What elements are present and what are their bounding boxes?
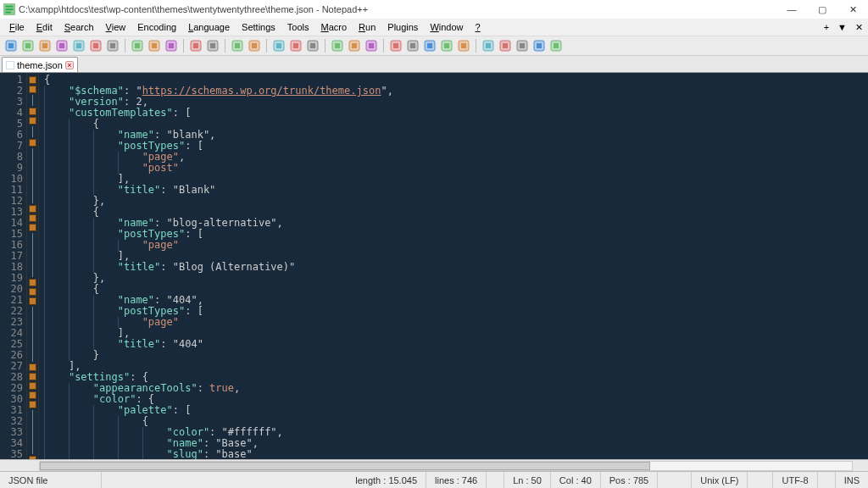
fold-toggle[interactable] bbox=[29, 205, 36, 213]
svg-rect-46 bbox=[427, 43, 432, 48]
indent-guide-button[interactable] bbox=[364, 38, 379, 53]
unfold-all-button[interactable] bbox=[405, 38, 420, 53]
copy-button[interactable] bbox=[147, 38, 162, 53]
fold-toggle[interactable] bbox=[29, 401, 36, 408]
word-wrap-icon bbox=[331, 40, 343, 52]
svg-rect-52 bbox=[486, 43, 491, 48]
fold-toggle[interactable] bbox=[29, 279, 36, 286]
svg-rect-62 bbox=[7, 62, 14, 69]
status-length: length : 15.045 bbox=[347, 472, 426, 488]
scrollbar-thumb[interactable] bbox=[40, 462, 650, 470]
code-area[interactable]: { "$schema": "https://schemas.wp.org/tru… bbox=[39, 73, 868, 459]
svg-rect-6 bbox=[42, 43, 47, 48]
undo-icon bbox=[190, 40, 202, 52]
print-icon bbox=[107, 40, 119, 52]
editor[interactable]: 1234567891011121314151617181920212223242… bbox=[0, 73, 868, 459]
svg-rect-44 bbox=[410, 43, 415, 48]
indent-guide-icon bbox=[365, 40, 377, 52]
undo-button[interactable] bbox=[188, 38, 203, 53]
svg-rect-34 bbox=[310, 43, 315, 48]
svg-rect-18 bbox=[152, 43, 157, 48]
status-col: Col : 40 bbox=[551, 472, 601, 488]
tab-close-icon[interactable]: × bbox=[65, 61, 74, 69]
play-macro-icon bbox=[516, 40, 528, 52]
menu-search[interactable]: Search bbox=[58, 20, 100, 34]
maximize-button[interactable]: ▢ bbox=[807, 0, 837, 19]
menu-view[interactable]: View bbox=[100, 20, 132, 34]
file-icon bbox=[6, 61, 14, 69]
menu-file[interactable]: File bbox=[3, 20, 31, 34]
tab-theme-json[interactable]: theme.json × bbox=[2, 57, 78, 72]
play-macro-button[interactable] bbox=[515, 38, 530, 53]
record-macro-button[interactable] bbox=[481, 38, 496, 53]
stop-macro-button[interactable] bbox=[498, 38, 513, 53]
svg-rect-60 bbox=[554, 43, 559, 48]
menu-run[interactable]: Run bbox=[353, 20, 381, 34]
replace-button[interactable] bbox=[247, 38, 262, 53]
save-all-button[interactable] bbox=[54, 38, 70, 53]
save-macro-icon bbox=[550, 40, 562, 52]
doc-map-icon bbox=[441, 40, 453, 52]
close-all-button[interactable] bbox=[88, 38, 103, 53]
word-wrap-button[interactable] bbox=[330, 38, 345, 53]
fold-toggle[interactable] bbox=[29, 76, 36, 84]
fold-toggle[interactable] bbox=[29, 288, 36, 296]
menu-help[interactable]: ? bbox=[470, 20, 487, 34]
svg-rect-22 bbox=[193, 43, 198, 48]
cut-button[interactable] bbox=[130, 38, 145, 53]
new-file-button[interactable] bbox=[3, 38, 19, 53]
menu-macro[interactable]: Macro bbox=[315, 20, 353, 34]
fold-toggle[interactable] bbox=[29, 86, 36, 93]
menubar-right: + ▼ ✕ bbox=[824, 22, 863, 33]
sync-button[interactable] bbox=[305, 38, 320, 53]
redo-button[interactable] bbox=[205, 38, 220, 53]
print-button[interactable] bbox=[105, 38, 120, 53]
fold-toggle[interactable] bbox=[29, 108, 36, 115]
find-button[interactable] bbox=[230, 38, 245, 53]
menu-window[interactable]: Window bbox=[424, 20, 469, 34]
svg-rect-28 bbox=[252, 43, 257, 48]
paste-icon bbox=[165, 40, 177, 52]
save-macro-button[interactable] bbox=[548, 38, 564, 53]
horizontal-scrollbar[interactable] bbox=[0, 459, 868, 471]
menu-plugins[interactable]: Plugins bbox=[381, 20, 424, 34]
unfold-all-icon bbox=[407, 40, 419, 52]
fold-toggle[interactable] bbox=[29, 139, 36, 147]
fold-all-button[interactable] bbox=[388, 38, 403, 53]
fold-toggle[interactable] bbox=[29, 224, 36, 231]
func-list-button[interactable] bbox=[456, 38, 471, 53]
folder-icon bbox=[424, 40, 436, 52]
plus-icon[interactable]: + bbox=[824, 22, 829, 32]
fold-toggle[interactable] bbox=[29, 363, 36, 371]
triangle-down-icon[interactable]: ▼ bbox=[837, 22, 847, 32]
fold-toggle[interactable] bbox=[29, 373, 36, 380]
paste-button[interactable] bbox=[164, 38, 179, 53]
close-button[interactable] bbox=[71, 38, 86, 53]
zoom-in-button[interactable] bbox=[271, 38, 287, 53]
fold-toggle[interactable] bbox=[29, 382, 36, 390]
menu-encoding[interactable]: Encoding bbox=[131, 20, 182, 34]
save-button[interactable] bbox=[37, 38, 53, 53]
minimize-button[interactable]: — bbox=[776, 0, 807, 19]
menu-language[interactable]: Language bbox=[182, 20, 236, 34]
show-all-chars-button[interactable] bbox=[347, 38, 362, 53]
fold-toggle[interactable] bbox=[29, 391, 36, 399]
status-eol: Unix (LF) bbox=[692, 472, 748, 488]
status-ln: Ln : 50 bbox=[504, 472, 551, 488]
close-button[interactable]: ✕ bbox=[837, 0, 868, 19]
zoom-out-icon bbox=[290, 40, 302, 52]
fold-toggle[interactable] bbox=[29, 297, 36, 305]
fold-toggle[interactable] bbox=[29, 214, 36, 222]
menu-edit[interactable]: Edit bbox=[31, 20, 58, 34]
play-multi-button[interactable] bbox=[531, 38, 547, 53]
fold-gutter[interactable] bbox=[27, 73, 39, 459]
zoom-out-button[interactable] bbox=[288, 38, 303, 53]
folder-button[interactable] bbox=[422, 38, 437, 53]
menu-tools[interactable]: Tools bbox=[281, 20, 315, 34]
func-list-icon bbox=[458, 40, 470, 52]
menu-settings[interactable]: Settings bbox=[236, 20, 281, 34]
fold-toggle[interactable] bbox=[29, 117, 36, 125]
doc-map-button[interactable] bbox=[439, 38, 454, 53]
open-file-button[interactable] bbox=[20, 38, 36, 53]
x-icon[interactable]: ✕ bbox=[855, 22, 863, 33]
